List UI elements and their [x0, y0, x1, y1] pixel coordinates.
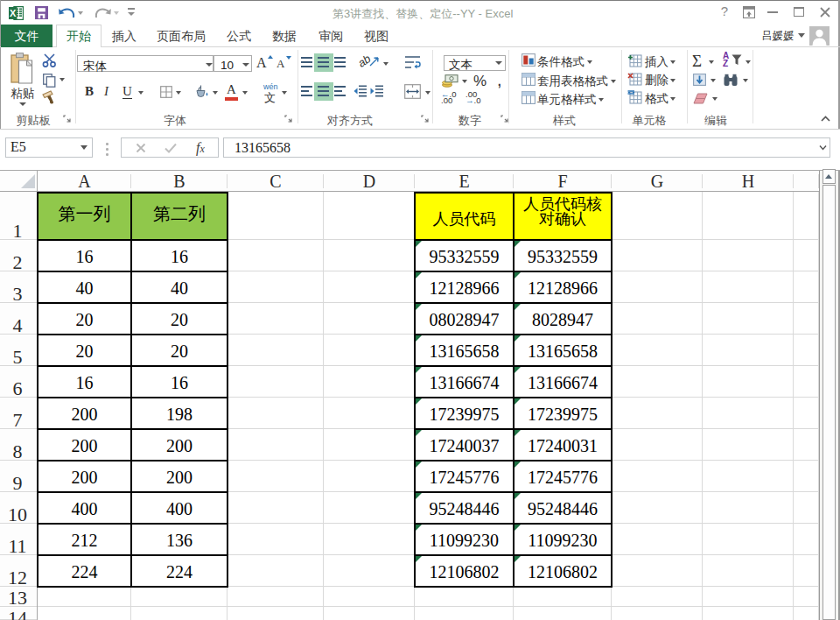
- svg-text:X: X: [10, 8, 17, 18]
